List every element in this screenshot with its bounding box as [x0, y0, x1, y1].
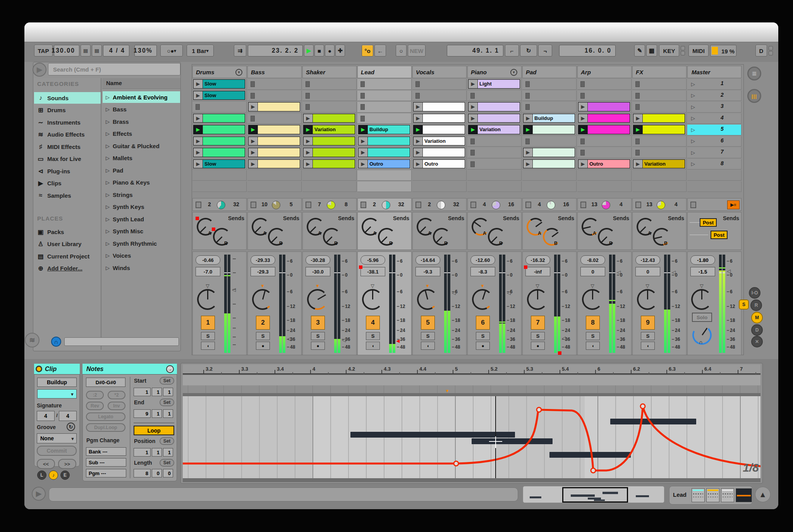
- clip[interactable]: ▶Variation: [303, 125, 355, 134]
- clip-slot[interactable]: ▶: [247, 159, 302, 170]
- clip-slot[interactable]: ▶: [522, 159, 577, 170]
- scene-launch-icon[interactable]: ▷: [691, 81, 695, 87]
- browser-list-item[interactable]: ▷Bass: [103, 104, 180, 115]
- clip[interactable]: ▶: [413, 148, 465, 157]
- clip[interactable]: ▶: [578, 114, 630, 123]
- sidebar-item-clips[interactable]: ▶Clips: [34, 178, 101, 189]
- clip-stop-square[interactable]: [635, 93, 640, 99]
- stop-all-clips-button[interactable]: ▶≡: [727, 200, 740, 209]
- disk-overload-indicator[interactable]: D: [755, 45, 767, 56]
- position-value-2[interactable]: 1: [163, 448, 173, 457]
- record-button[interactable]: ●: [325, 45, 335, 56]
- device-thumbnail[interactable]: [736, 488, 752, 502]
- scene-launch-icon[interactable]: ▷: [691, 150, 695, 156]
- volume-display[interactable]: -inf: [525, 267, 550, 276]
- returns-section-toggle[interactable]: R: [750, 299, 762, 311]
- loop-button[interactable]: Loop: [134, 426, 174, 435]
- clip[interactable]: ▶: [303, 137, 355, 146]
- peak-level-display[interactable]: -29.33: [251, 255, 275, 265]
- position-set-button[interactable]: Set: [160, 437, 174, 445]
- clip[interactable]: ▶: [413, 114, 465, 123]
- sidebar-item-midi-effects[interactable]: ♯MIDI Effects: [34, 141, 101, 152]
- preview-play-button[interactable]: ▶: [33, 63, 46, 77]
- track-header-pad[interactable]: Pad: [522, 66, 577, 78]
- expand-arrow-icon[interactable]: ▷: [103, 131, 113, 137]
- clip[interactable]: ▶: [633, 114, 685, 123]
- bottom-play-button[interactable]: ▶: [32, 487, 46, 501]
- nudge-up-button[interactable]: ||||: [92, 45, 102, 56]
- clip-launch-button[interactable]: ▶: [304, 125, 313, 134]
- signature-numerator[interactable]: 4: [37, 411, 55, 421]
- scene-slot[interactable]: ▷5: [687, 125, 742, 135]
- clip[interactable]: ▶Slow: [193, 79, 245, 89]
- clip-stop-square[interactable]: [306, 104, 310, 110]
- clip[interactable]: ▶: [413, 125, 465, 134]
- clip-slot[interactable]: ▶: [302, 147, 357, 158]
- clip[interactable]: ▶: [468, 102, 520, 111]
- peak-level-display[interactable]: -12.60: [470, 255, 495, 265]
- volume-display[interactable]: -38.1: [360, 267, 385, 276]
- mixer-section-toggle[interactable]: M: [751, 312, 763, 323]
- clip-slot[interactable]: [247, 91, 302, 101]
- scene-slot[interactable]: ▷2: [687, 91, 742, 101]
- metronome-toggle[interactable]: ○● ▾: [160, 45, 183, 56]
- clip-stop-square[interactable]: [360, 116, 365, 121]
- clip-slot[interactable]: ▶Buildup: [357, 125, 412, 135]
- clip-slot[interactable]: ▶: [302, 136, 357, 147]
- clip-slot[interactable]: ▶: [632, 125, 687, 135]
- browser-list-item[interactable]: ▷Winds: [103, 262, 180, 274]
- clip-stop-square[interactable]: [580, 93, 585, 99]
- clip-slot[interactable]: [632, 136, 687, 147]
- clip[interactable]: ▶Buildup: [358, 125, 410, 134]
- duplicate-loop-button[interactable]: Dupl.Loop: [86, 423, 125, 432]
- track-number-button[interactable]: 6: [476, 316, 490, 330]
- expand-arrow-icon[interactable]: ▷: [103, 119, 113, 125]
- clip-slot[interactable]: ▶: [247, 102, 302, 113]
- clip-slot[interactable]: ▶Slow: [192, 79, 247, 90]
- clip-launch-button[interactable]: ▶: [249, 125, 258, 134]
- volume-display[interactable]: -9.3: [415, 267, 440, 276]
- browser-list-item[interactable]: ▷Brass: [103, 116, 180, 127]
- track-number-button[interactable]: 2: [256, 316, 270, 330]
- arm-button[interactable]: ◖: [586, 342, 600, 350]
- fold-panel-icon[interactable]: →: [166, 365, 174, 373]
- arrangement-position-display[interactable]: 23. 2. 2: [248, 45, 303, 56]
- clip-slot[interactable]: ▶: [632, 113, 687, 124]
- sidebar-item-drums[interactable]: ⊞Drums: [34, 104, 101, 116]
- expand-arrow-icon[interactable]: ▷: [103, 216, 113, 222]
- sidebar-item-audio-effects[interactable]: ≋Audio Effects: [34, 129, 101, 140]
- groove-amount-display[interactable]: 130%: [134, 45, 157, 56]
- track-number-button[interactable]: 4: [366, 316, 380, 330]
- clip-slot[interactable]: ▶Light: [467, 79, 522, 90]
- clip-slot[interactable]: ▶Slow: [192, 91, 247, 101]
- clip-stop-square[interactable]: [470, 150, 475, 156]
- prev-clip-button[interactable]: <<: [37, 459, 55, 469]
- clip-launch-button[interactable]: ▶: [359, 148, 368, 157]
- pan-knob[interactable]: [582, 289, 603, 310]
- pan-knob[interactable]: [307, 289, 328, 310]
- volume-display[interactable]: -30.0: [306, 267, 330, 276]
- clip-launch-button[interactable]: ▶: [414, 148, 423, 157]
- clip-launch-button[interactable]: ▶: [469, 125, 478, 134]
- back-to-arrangement-button[interactable]: ←: [374, 45, 386, 56]
- clip-stop-square[interactable]: [415, 93, 420, 99]
- status-stop-button[interactable]: [360, 202, 366, 208]
- nudge-down-button[interactable]: ||||: [81, 45, 91, 56]
- track-header-vocals[interactable]: Vocals: [412, 66, 467, 78]
- notes-panel-header[interactable]: Notes→: [82, 364, 177, 375]
- clip-slot[interactable]: [357, 113, 412, 124]
- track-header-master[interactable]: Master: [687, 66, 742, 78]
- clip[interactable]: ▶: [413, 102, 465, 111]
- clip[interactable]: ▶Slow: [193, 91, 245, 100]
- search-input[interactable]: Search (Cmd + F): [48, 63, 180, 75]
- browser-list-item[interactable]: ▷Ambient & Evolving: [103, 91, 180, 103]
- browser-list-item[interactable]: ▷Synth Keys: [103, 201, 180, 213]
- track-header-drums[interactable]: Drums▼: [192, 66, 247, 78]
- position-value-1[interactable]: 1: [152, 448, 162, 457]
- length-value-0[interactable]: 8: [134, 469, 151, 477]
- post-b-button[interactable]: Post: [711, 231, 728, 239]
- device-thumbnail[interactable]: [692, 488, 705, 502]
- length-value-2[interactable]: 0: [163, 469, 173, 477]
- track-number-button[interactable]: 5: [421, 316, 435, 330]
- clip-launch-button[interactable]: ▶: [194, 137, 203, 145]
